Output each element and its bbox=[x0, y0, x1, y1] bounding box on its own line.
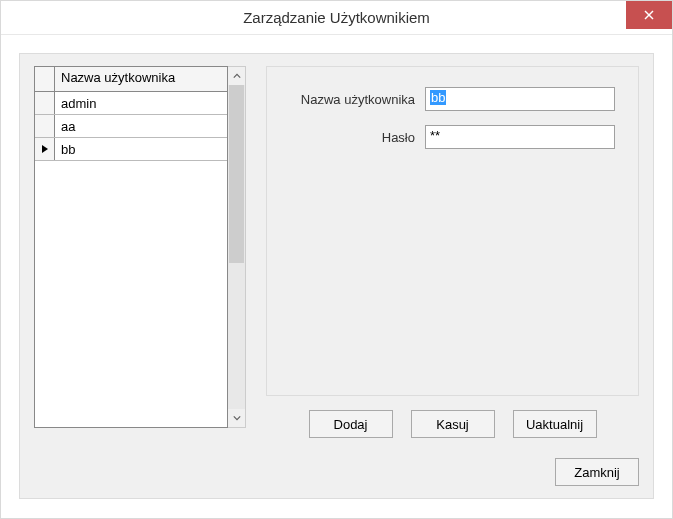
update-button[interactable]: Uaktualnij bbox=[513, 410, 597, 438]
password-input[interactable]: ** bbox=[425, 125, 615, 149]
current-row-icon bbox=[41, 144, 49, 154]
grid-header-row: Nazwa użytkownika bbox=[35, 67, 227, 92]
scroll-thumb[interactable] bbox=[229, 85, 244, 263]
window-close-button[interactable] bbox=[626, 1, 672, 29]
window-title: Zarządzanie Użytkownikiem bbox=[243, 9, 430, 26]
username-cell: admin bbox=[55, 92, 227, 114]
username-cell: aa bbox=[55, 115, 227, 137]
close-icon bbox=[644, 10, 654, 20]
username-label: Nazwa użytkownika bbox=[285, 92, 425, 107]
svg-marker-2 bbox=[42, 145, 48, 153]
user-list-pane: Nazwa użytkownika adminaabb bbox=[34, 66, 246, 428]
add-button[interactable]: Dodaj bbox=[309, 410, 393, 438]
password-masked-text: ** bbox=[430, 128, 440, 143]
row-indicator bbox=[35, 115, 55, 137]
grid-scrollbar[interactable] bbox=[228, 66, 246, 428]
chevron-down-icon bbox=[233, 414, 241, 422]
chevron-up-icon bbox=[233, 72, 241, 80]
username-row: Nazwa użytkownika bb bbox=[285, 87, 620, 111]
action-buttons: Dodaj Kasuj Uaktualnij bbox=[266, 410, 639, 438]
scroll-track[interactable] bbox=[228, 85, 245, 409]
password-label: Hasło bbox=[285, 130, 425, 145]
table-row[interactable]: aa bbox=[35, 115, 227, 138]
close-button[interactable]: Zamknij bbox=[555, 458, 639, 486]
username-selected-text: bb bbox=[430, 90, 446, 105]
grid-body: adminaabb bbox=[35, 92, 227, 428]
table-row[interactable]: admin bbox=[35, 92, 227, 115]
user-grid[interactable]: Nazwa użytkownika adminaabb bbox=[34, 66, 228, 428]
password-row: Hasło ** bbox=[285, 125, 620, 149]
titlebar: Zarządzanie Użytkownikiem bbox=[1, 1, 672, 35]
row-indicator bbox=[35, 138, 55, 160]
form-groupbox: Nazwa użytkownika bb Hasło ** bbox=[266, 66, 639, 396]
username-input[interactable]: bb bbox=[425, 87, 615, 111]
grid-corner bbox=[35, 67, 55, 91]
scroll-up-button[interactable] bbox=[228, 67, 245, 85]
client-area: Nazwa użytkownika adminaabb bbox=[1, 35, 672, 517]
username-cell: bb bbox=[55, 138, 227, 160]
scroll-down-button[interactable] bbox=[228, 409, 245, 427]
main-groupbox: Nazwa użytkownika adminaabb bbox=[19, 53, 654, 499]
table-row[interactable]: bb bbox=[35, 138, 227, 161]
delete-button[interactable]: Kasuj bbox=[411, 410, 495, 438]
form-pane: Nazwa użytkownika bb Hasło ** Dodaj Kasu… bbox=[266, 66, 639, 486]
grid-column-header-username[interactable]: Nazwa użytkownika bbox=[55, 67, 227, 91]
row-indicator bbox=[35, 92, 55, 114]
footer-buttons: Zamknij bbox=[555, 458, 639, 486]
